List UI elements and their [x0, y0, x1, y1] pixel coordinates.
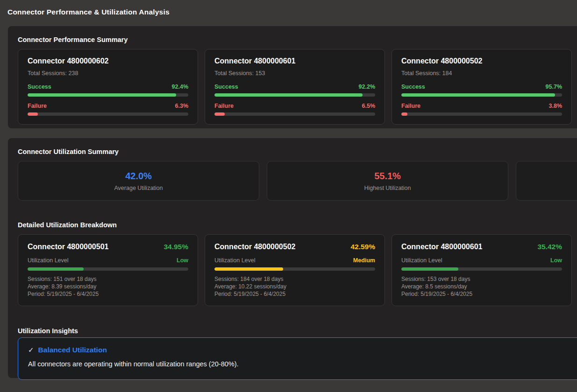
failure-label: Failure — [401, 103, 420, 109]
connector-title: Connector 4800000601 — [214, 57, 375, 65]
failure-row: Failure 3.8% — [401, 103, 562, 109]
level-row: Utilization Level Medium — [214, 257, 375, 264]
connector-title: Connector 4800000601 — [401, 243, 482, 251]
failure-bar-track — [214, 112, 375, 116]
stat-value: 55.1% — [374, 171, 401, 182]
utilization-bar-track — [28, 267, 188, 271]
success-bar-track — [214, 93, 375, 97]
utilization-insights-heading: Utilization Insights — [18, 327, 577, 335]
stat-card-average-utilization: 42.0% Average Utilization — [18, 161, 259, 201]
failure-block: Failure 3.8% — [401, 103, 562, 116]
utilization-level-label: Utilization Level — [401, 257, 442, 264]
insight-message: All connectors are operating within norm… — [28, 360, 577, 368]
stat-label: Average Utilization — [114, 185, 163, 191]
utilization-breakdown-heading: Detailed Utilization Breakdown — [18, 221, 577, 229]
utilization-percentage: 42.59% — [350, 243, 375, 251]
breakdown-header: Connector 4800000502 42.59% — [214, 243, 375, 251]
failure-percentage: 3.8% — [549, 103, 563, 109]
level-row: Utilization Level Low — [401, 257, 562, 264]
success-row: Success 92.4% — [28, 84, 188, 90]
performance-card: Connector 4800000602 Total Sessions: 238… — [18, 49, 198, 125]
breakdown-meta: Sessions: 184 over 18 days Average: 10.2… — [214, 275, 375, 298]
breakdown-card: Connector 4800000601 35.42% Utilization … — [392, 234, 572, 306]
insight-title-row: ✓ Balanced Utilization — [28, 346, 577, 354]
breakdown-card: Connector 4800000502 42.59% Utilization … — [205, 234, 385, 306]
stat-card-partial — [516, 161, 577, 201]
total-sessions: Total Sessions: 153 — [214, 70, 375, 77]
failure-bar-track — [401, 112, 562, 116]
insight-box: ✓ Balanced Utilization All connectors ar… — [18, 337, 577, 380]
average-line: Average: 10.22 sessions/day — [214, 283, 375, 290]
connector-title: Connector 4800000502 — [401, 57, 562, 65]
utilization-level-value: Low — [177, 257, 188, 264]
success-percentage: 92.2% — [359, 84, 375, 90]
stat-value: 42.0% — [125, 171, 152, 182]
utilization-level-label: Utilization Level — [214, 257, 256, 264]
utilization-level-label: Utilization Level — [28, 257, 69, 264]
utilization-panel: Connector Utilization Summary 42.0% Aver… — [7, 138, 577, 378]
breakdown-meta: Sessions: 151 over 18 days Average: 8.39… — [28, 275, 188, 298]
page-title: Connector Performance & Utilization Anal… — [0, 0, 577, 16]
level-row: Utilization Level Low — [28, 257, 188, 264]
utilization-bar-track — [401, 267, 562, 271]
utilization-bar-track — [214, 267, 375, 271]
connector-title: Connector 4800000502 — [214, 243, 295, 251]
success-label: Success — [28, 84, 51, 90]
success-bar-fill — [214, 93, 363, 97]
failure-percentage: 6.3% — [175, 103, 189, 109]
utilization-stat-grid: 42.0% Average Utilization 55.1% Highest … — [18, 161, 577, 201]
period-line: Period: 5/19/2025 - 6/4/2025 — [214, 290, 375, 298]
success-bar-fill — [28, 93, 176, 97]
utilization-percentage: 34.95% — [164, 243, 188, 251]
utilization-summary-heading: Connector Utilization Summary — [18, 148, 577, 155]
utilization-bar-fill — [401, 267, 458, 271]
period-line: Period: 5/19/2025 - 6/4/2025 — [28, 290, 188, 298]
stat-label: Highest Utilization — [364, 185, 411, 191]
utilization-level-value: Low — [550, 257, 562, 264]
success-bar-track — [28, 93, 188, 97]
breakdown-card-grid: Connector 4800000501 34.95% Utilization … — [18, 234, 577, 306]
success-label: Success — [401, 84, 425, 90]
breakdown-card: Connector 4800000501 34.95% Utilization … — [18, 234, 198, 306]
performance-card: Connector 4800000601 Total Sessions: 153… — [205, 49, 385, 125]
stat-card-highest-utilization: 55.1% Highest Utilization — [267, 161, 508, 201]
sessions-line: Sessions: 184 over 18 days — [214, 275, 375, 283]
failure-bar-fill — [28, 112, 38, 116]
insight-title: Balanced Utilization — [38, 346, 107, 354]
failure-label: Failure — [28, 103, 47, 109]
success-bar-track — [401, 93, 562, 97]
utilization-level-value: Medium — [353, 257, 375, 264]
sessions-line: Sessions: 151 over 18 days — [28, 275, 188, 283]
failure-bar-track — [28, 112, 188, 116]
failure-block: Failure 6.3% — [28, 103, 188, 116]
failure-bar-fill — [214, 112, 225, 116]
performance-summary-heading: Connector Performance Summary — [18, 36, 577, 43]
utilization-bar-fill — [28, 267, 84, 271]
breakdown-header: Connector 4800000601 35.42% — [401, 243, 562, 251]
success-bar-fill — [401, 93, 555, 97]
failure-label: Failure — [214, 103, 234, 109]
connector-title: Connector 4800000602 — [28, 57, 188, 65]
total-sessions: Total Sessions: 184 — [401, 70, 562, 77]
average-line: Average: 8.39 sessions/day — [28, 283, 188, 290]
failure-row: Failure 6.5% — [214, 103, 375, 109]
success-percentage: 92.4% — [172, 84, 188, 90]
breakdown-header: Connector 4800000501 34.95% — [28, 243, 188, 251]
performance-card-grid: Connector 4800000602 Total Sessions: 238… — [18, 49, 577, 125]
check-icon: ✓ — [28, 346, 34, 354]
success-percentage: 95.7% — [546, 84, 562, 90]
failure-bar-fill — [401, 112, 407, 116]
total-sessions: Total Sessions: 238 — [28, 70, 188, 77]
success-row: Success 95.7% — [401, 84, 562, 90]
period-line: Period: 5/19/2025 - 6/4/2025 — [401, 290, 562, 298]
failure-row: Failure 6.3% — [28, 103, 188, 109]
average-line: Average: 8.5 sessions/day — [401, 283, 562, 290]
failure-percentage: 6.5% — [362, 103, 376, 109]
performance-summary-panel: Connector Performance Summary Connector … — [7, 26, 577, 129]
breakdown-meta: Sessions: 153 over 18 days Average: 8.5 … — [401, 275, 562, 298]
success-label: Success — [214, 84, 238, 90]
connector-title: Connector 4800000501 — [28, 243, 108, 251]
sessions-line: Sessions: 153 over 18 days — [401, 275, 562, 283]
utilization-bar-fill — [214, 267, 283, 271]
failure-block: Failure 6.5% — [214, 103, 375, 116]
